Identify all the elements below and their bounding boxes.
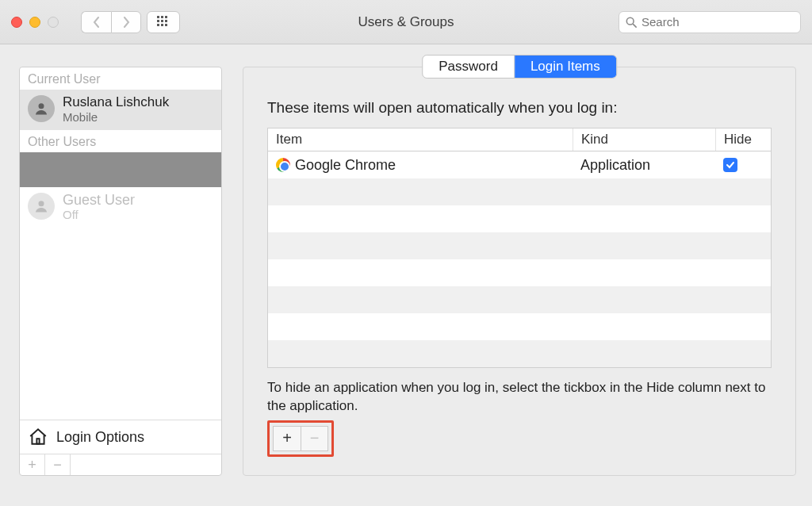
item-kind: Application [573,157,715,174]
column-hide[interactable]: Hide [715,128,771,151]
house-icon [28,427,48,447]
avatar [28,95,55,122]
svg-rect-3 [157,20,159,22]
svg-rect-13 [36,439,39,444]
table-row-empty [268,232,771,259]
current-user-header: Current User [20,67,221,90]
traffic-lights [11,17,59,28]
sidebar-footer: + − [20,454,221,475]
chrome-icon [276,158,290,172]
table-row-empty [268,340,771,367]
svg-rect-8 [165,24,167,26]
chevron-right-icon [121,17,131,28]
search-field[interactable] [619,11,801,33]
column-item[interactable]: Item [268,128,573,151]
minimize-window-button[interactable] [29,17,40,28]
titlebar: Users & Groups [0,0,812,44]
svg-rect-2 [165,16,167,18]
column-kind[interactable]: Kind [573,128,715,151]
table-header-row: Item Kind Hide [268,128,771,151]
person-icon [33,198,49,214]
login-options-button[interactable]: Login Options [20,420,221,454]
chevron-left-icon [92,17,102,28]
login-items-table: Item Kind Hide Google ChromeApplication [267,128,772,368]
item-name: Google Chrome [295,157,396,174]
add-remove-highlight: + − [267,420,334,457]
svg-point-9 [626,17,634,25]
table-row-empty [268,178,771,205]
remove-user-button[interactable]: − [45,454,71,475]
nav-group [81,11,180,33]
add-user-button[interactable]: + [20,454,45,475]
tab-login-items[interactable]: Login Items [515,56,616,78]
user-role: Mobile [63,110,169,124]
show-all-prefs-button[interactable] [147,11,180,33]
grid-icon [157,16,170,29]
svg-rect-4 [161,20,163,22]
table-row-empty [268,205,771,232]
table-row-empty [268,259,771,286]
nav-back-button[interactable] [81,11,111,33]
hide-checkbox[interactable] [723,158,737,172]
close-window-button[interactable] [11,17,22,28]
table-body: Google ChromeApplication [268,151,771,367]
person-icon [33,101,49,117]
body-wrap: Current User Ruslana Lishchuk Mobile Oth… [0,44,812,506]
tab-control: Password Login Items [422,55,617,79]
nav-forward-button[interactable] [111,11,141,33]
user-role: Off [63,208,135,221]
other-users-header: Other Users [20,130,221,152]
svg-point-12 [39,201,44,207]
table-row-empty [268,313,771,340]
hide-hint-text: To hide an application when you log in, … [267,379,772,416]
svg-line-10 [634,24,637,27]
svg-rect-5 [165,20,167,22]
users-sidebar: Current User Ruslana Lishchuk Mobile Oth… [19,67,222,476]
user-name: Ruslana Lishchuk [63,94,169,110]
svg-point-11 [39,103,44,109]
table-row[interactable]: Google ChromeApplication [268,151,771,178]
login-options-label: Login Options [56,429,144,446]
user-name: Guest User [63,192,135,209]
svg-rect-0 [157,16,159,18]
sidebar-item-current-user[interactable]: Ruslana Lishchuk Mobile [20,90,221,130]
table-row-empty [268,286,771,313]
svg-rect-1 [161,16,163,18]
svg-rect-6 [157,24,159,26]
search-icon [626,17,637,28]
sidebar-item-other-user-selected[interactable] [20,152,221,187]
maximize-window-button[interactable] [48,17,59,28]
main-panel: Password Login Items These items will op… [243,67,796,476]
svg-rect-7 [161,24,163,26]
tab-password[interactable]: Password [423,56,515,78]
login-items-description: These items will open automatically when… [267,99,772,117]
sidebar-item-guest-user[interactable]: Guest User Off [20,187,221,228]
avatar [28,193,55,220]
remove-login-item-button[interactable]: − [301,427,327,450]
search-input[interactable] [642,15,794,29]
add-login-item-button[interactable]: + [274,427,301,450]
